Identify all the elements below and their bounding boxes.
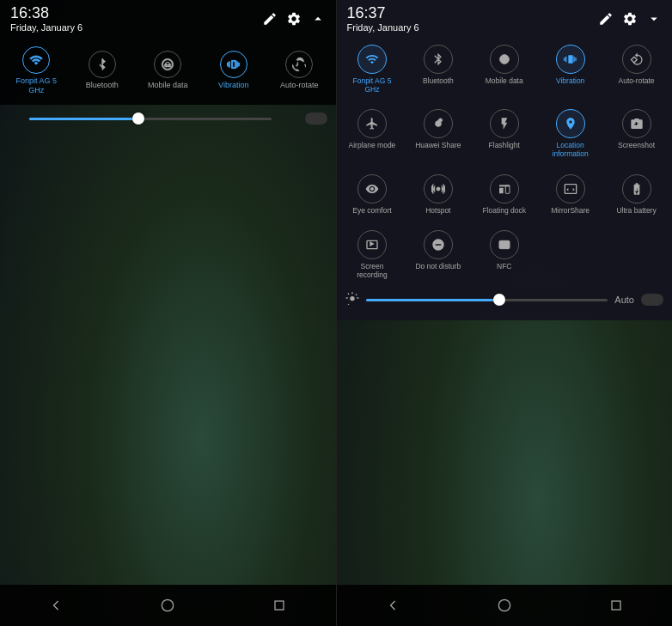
location-icon — [564, 117, 577, 131]
screenshot-label: Screenshot — [618, 141, 655, 149]
right-mobile-data-label: Mobile data — [486, 76, 523, 85]
ultra-battery-icon-container — [622, 174, 651, 204]
right-wifi-icon-container — [357, 45, 387, 74]
qs-wifi[interactable]: Fonpit AG 5GHz — [10, 46, 62, 95]
mirror-share-label: MirrorShare — [551, 206, 590, 215]
edit-icon — [262, 11, 278, 27]
right-auto-rotate-icon — [630, 52, 644, 66]
qs-mirror-share[interactable]: MirrorShare — [538, 169, 602, 218]
flashlight-icon-container — [490, 109, 519, 138]
qs-bluetooth[interactable]: Bluetooth — [76, 51, 128, 90]
left-time: 16:38 — [10, 5, 82, 22]
qs-screen-recording[interactable]: Screenrecording — [340, 225, 405, 283]
qs-screenshot[interactable]: Screenshot — [604, 104, 669, 161]
eye-comfort-icon — [365, 182, 379, 196]
left-date: Friday, January 6 — [10, 22, 82, 33]
wifi-icon — [29, 53, 43, 67]
qs-nfc[interactable]: NFC — [472, 225, 536, 283]
right-panel: 16:37 Friday, January 6 Fonpit AG 5GHz — [337, 0, 673, 626]
right-nav-bar — [337, 585, 673, 626]
qs-right-vibration[interactable]: Vibration — [538, 40, 602, 97]
qs-right-wifi[interactable]: Fonpit AG 5GHz — [340, 40, 405, 97]
do-not-disturb-icon-container — [424, 230, 453, 259]
location-icon-container — [556, 109, 585, 138]
right-brightness-sun-icon — [345, 291, 359, 308]
right-quick-settings: 16:37 Friday, January 6 Fonpit AG 5GHz — [337, 0, 673, 320]
left-recents-button[interactable] — [262, 588, 296, 623]
qs-right-mobile-data[interactable]: ①① Mobile data — [472, 40, 536, 97]
vibration-label: Vibration — [218, 81, 248, 90]
right-auto-rotate-container — [622, 45, 651, 74]
right-qs-row1: Fonpit AG 5GHz Bluetooth ①① Mobile data … — [337, 36, 673, 100]
expand-icon[interactable] — [310, 11, 326, 27]
nfc-label: NFC — [497, 262, 511, 270]
wifi-label: Fonpit AG 5GHz — [15, 76, 57, 95]
right-date: Friday, January 6 — [347, 22, 419, 33]
huawei-share-icon — [431, 117, 445, 131]
eye-comfort-label: Eye comfort — [352, 206, 391, 215]
qs-eye-comfort[interactable]: Eye comfort — [340, 169, 405, 218]
qs-do-not-disturb[interactable]: Do not disturb — [406, 225, 470, 283]
ultra-battery-icon — [630, 182, 644, 196]
right-auto-label: Auto — [614, 295, 634, 305]
right-time-block: 16:37 Friday, January 6 — [347, 5, 419, 33]
location-label: Locationinformation — [553, 141, 589, 158]
qs-flashlight[interactable]: Flashlight — [472, 104, 536, 161]
floating-dock-icon-container — [490, 174, 519, 204]
left-brightness-slider[interactable] — [29, 118, 272, 120]
qs-right-bluetooth[interactable]: Bluetooth — [406, 40, 470, 97]
auto-rotate-icon-container — [285, 51, 313, 78]
right-home-button[interactable] — [487, 588, 522, 623]
flashlight-label: Flashlight — [489, 141, 520, 149]
right-settings-icon[interactable] — [622, 11, 638, 27]
qs-floating-dock[interactable]: Floating dock — [472, 169, 536, 218]
right-brightness-slider[interactable] — [366, 299, 608, 301]
auto-rotate-label: Auto-rotate — [280, 81, 319, 90]
left-notification-bar: 16:38 Friday, January 6 — [0, 0, 336, 36]
qs-huawei-share[interactable]: Huawei Share — [406, 104, 470, 161]
qs-auto-rotate[interactable]: Auto-rotate — [273, 51, 325, 90]
left-home-button[interactable] — [150, 588, 185, 623]
airplane-mode-label: Airplane mode — [349, 141, 396, 149]
left-quick-settings: Fonpit AG 5GHz Bluetooth ① — [0, 36, 336, 106]
qs-ultra-battery[interactable]: Ultra battery — [604, 169, 669, 218]
left-qs-row: Fonpit AG 5GHz Bluetooth ① — [3, 43, 333, 99]
right-vibration-icon — [564, 52, 577, 66]
left-back-button[interactable] — [39, 588, 73, 623]
qs-mobile-data[interactable]: ①① Mobile data — [142, 51, 193, 90]
settings-icon[interactable] — [286, 11, 302, 27]
left-notif-icons — [262, 11, 326, 27]
right-edit-icon — [598, 11, 614, 27]
right-notification-bar: 16:37 Friday, January 6 — [337, 0, 673, 36]
right-auto-toggle[interactable] — [641, 294, 663, 306]
left-auto-toggle[interactable] — [305, 112, 327, 125]
mobile-data-icon-container: ①① — [154, 51, 181, 78]
svg-rect-12 — [612, 601, 620, 610]
right-back-button[interactable] — [376, 588, 410, 623]
svg-text:①①: ①① — [501, 58, 509, 62]
right-bluetooth-label: Bluetooth — [423, 76, 454, 85]
wifi-icon-container — [22, 46, 50, 74]
right-qs-row3: Eye comfort Hotspot Floating dock Mirror… — [337, 166, 673, 222]
huawei-share-icon-container — [424, 109, 453, 138]
qs-vibration[interactable]: Vibration — [208, 51, 260, 90]
left-panel: 16:38 Friday, January 6 Fonpit AG 5GHz — [0, 0, 336, 626]
floating-dock-icon — [498, 182, 511, 196]
hotspot-icon-container — [424, 174, 453, 204]
svg-text:①①: ①① — [164, 63, 172, 68]
huawei-share-label: Huawei Share — [415, 141, 461, 149]
svg-rect-10 — [499, 240, 510, 248]
right-brightness-row: Auto — [337, 286, 673, 313]
mirror-share-icon — [564, 182, 577, 196]
hotspot-icon — [431, 182, 445, 196]
svg-rect-9 — [505, 185, 510, 193]
svg-point-11 — [498, 599, 510, 611]
right-recents-button[interactable] — [599, 588, 633, 623]
qs-hotspot[interactable]: Hotspot — [406, 169, 470, 218]
qs-location[interactable]: Locationinformation — [538, 104, 602, 161]
vibration-icon — [227, 58, 241, 71]
right-collapse-icon[interactable] — [646, 11, 662, 27]
airplane-icon — [365, 117, 379, 131]
qs-right-auto-rotate[interactable]: Auto-rotate — [604, 40, 669, 97]
qs-airplane-mode[interactable]: Airplane mode — [340, 104, 405, 161]
